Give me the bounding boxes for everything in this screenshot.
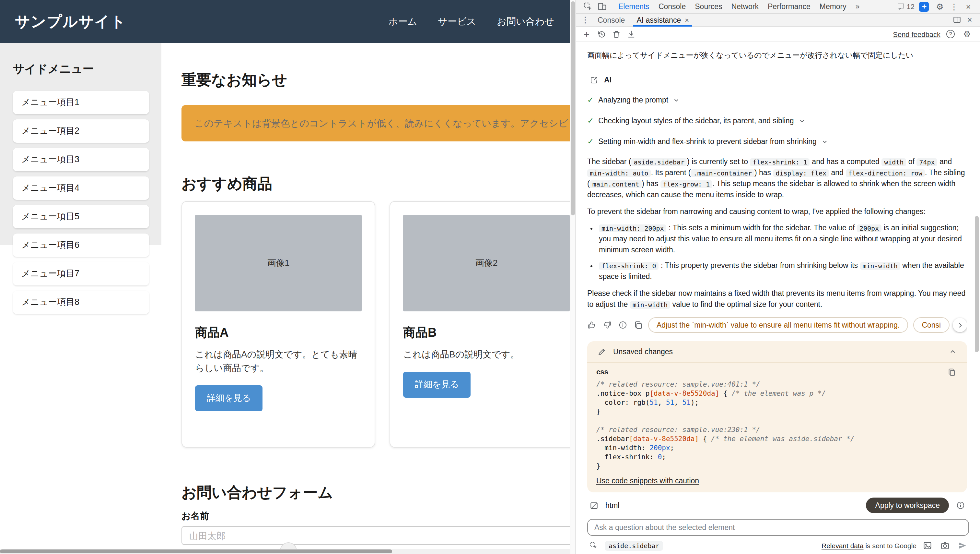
product-detail-button[interactable]: 詳細を見る (195, 385, 262, 411)
issues-count: 12 (907, 3, 915, 10)
tab-close-icon[interactable]: × (685, 16, 689, 24)
product-image-label: 画像2 (475, 257, 498, 269)
code-line: } (596, 461, 958, 470)
menu-item-3[interactable]: メニュー項目3 (13, 148, 149, 171)
privacy-suffix: is sent to Google (864, 542, 916, 549)
settings-gear-icon[interactable]: ⚙ (933, 1, 946, 12)
ai-paragraph-analysis: The sidebar (aside.sidebar) is currently… (587, 156, 967, 200)
menu-item-2[interactable]: メニュー項目2 (13, 119, 149, 143)
drawer-close-icon[interactable]: × (963, 14, 976, 26)
select-element-icon[interactable] (587, 540, 600, 551)
notice-heading: 重要なお知らせ (181, 71, 576, 89)
code-line: .sidebar[data-v-8e5520da] { /* the eleme… (596, 434, 958, 443)
help-icon[interactable]: ? (946, 30, 955, 38)
site-horizontal-scrollbar[interactable] (0, 549, 570, 554)
issues-counter[interactable]: 12 (897, 3, 915, 10)
more-tabs-button[interactable]: » (851, 0, 864, 13)
unsaved-changes-header[interactable]: Unsaved changes (587, 341, 967, 362)
ai-assistance-icon[interactable] (919, 2, 929, 11)
tab-performance[interactable]: Performance (763, 0, 815, 13)
response-actions: Adjust the `min-width` value to ensure a… (587, 316, 967, 334)
check-icon: ✓ (587, 95, 594, 104)
file-slash-icon (587, 500, 600, 511)
menu-item-7[interactable]: メニュー項目7 (13, 262, 149, 286)
product-image-label: 画像1 (267, 257, 290, 269)
horizontal-scrollbar-thumb[interactable] (0, 549, 392, 553)
history-icon[interactable] (595, 28, 608, 40)
drawer-tab-label: AI assistance (636, 16, 681, 24)
code-caution-link[interactable]: Use code snippets with caution (596, 477, 699, 485)
product-cards: 画像1 商品A これは商品Aの説明文です。とても素晴らしい商品です。 詳細を見る… (181, 201, 576, 448)
ai-assistance-toolbar: + Send feedback ? ⚙ (576, 27, 980, 42)
tab-sources[interactable]: Sources (690, 0, 727, 13)
issues-bubble-icon (897, 3, 905, 10)
site-vertical-scrollbar[interactable] (570, 0, 576, 554)
ai-settings-gear-icon[interactable]: ⚙ (961, 28, 974, 40)
product-card-a: 画像1 商品A これは商品Aの説明文です。とても素晴らしい商品です。 詳細を見る (181, 201, 375, 448)
devtools-panel: Elements Console Sources Network Perform… (576, 0, 980, 554)
ai-paragraph-intro: To prevent the sidebar from narrowing an… (587, 206, 967, 217)
devtools-menu-icon[interactable]: ⋮ (948, 1, 961, 12)
report-icon[interactable] (618, 321, 627, 330)
apply-info-icon[interactable] (954, 500, 967, 511)
ai-step-setting-minwidth[interactable]: ✓ Setting min-width and flex-shrink to p… (587, 133, 967, 150)
product-image-placeholder: 画像1 (195, 215, 362, 311)
code-line: .notice-box p[data-v-8e5520da] { /* the … (596, 389, 958, 398)
ai-step-checking-layout[interactable]: ✓ Checking layout styles of the sidebar,… (587, 112, 967, 129)
menu-item-6[interactable]: メニュー項目6 (13, 233, 149, 257)
thumbs-up-icon[interactable] (587, 321, 596, 330)
tab-console[interactable]: Console (654, 0, 690, 13)
code-line: /* related resource: sample.vue:401:1 */ (596, 380, 958, 389)
inspect-element-icon[interactable] (581, 1, 594, 12)
product-detail-button[interactable]: 詳細を見る (403, 372, 471, 398)
copy-response-icon[interactable] (634, 321, 643, 330)
site-sidebar: サイドメニュー メニュー項目1 メニュー項目2 メニュー項目3 メニュー項目4 … (0, 43, 161, 314)
devtools-close-icon[interactable]: × (962, 1, 975, 12)
send-message-icon[interactable] (956, 540, 969, 551)
tab-memory[interactable]: Memory (815, 0, 851, 13)
delete-chat-icon[interactable] (610, 28, 623, 40)
tab-elements[interactable]: Elements (614, 0, 654, 13)
tab-network[interactable]: Network (727, 0, 763, 13)
site-pane: サンプルサイト ホーム サービス お問い合わせ サイドメニュー メニュー項目1 … (0, 0, 576, 554)
selected-element-chip[interactable]: aside.sidebar (605, 541, 663, 551)
screenshot-camera-icon[interactable] (939, 540, 951, 551)
css-diff-code: /* related resource: sample.vue:401:1 */… (596, 380, 958, 470)
suggestion-chip-truncated[interactable]: Consi (913, 317, 949, 333)
drawer-tab-console[interactable]: Console (592, 13, 631, 26)
devtools-scrollbar-thumb[interactable] (975, 216, 979, 352)
menu-item-1[interactable]: メニュー項目1 (13, 91, 149, 114)
code-line: /* related resource: sample.vue:230:1 */ (596, 425, 958, 434)
menu-item-5[interactable]: メニュー項目5 (13, 205, 149, 228)
relevant-data-link[interactable]: Relevant data (821, 542, 864, 549)
suggestion-chip-adjust[interactable]: Adjust the `min-width` value to ensure a… (648, 317, 908, 333)
code-line: min-width: 200px; (596, 443, 958, 452)
drawer-tab-ai-assistance[interactable]: AI assistance × (631, 13, 695, 26)
attach-image-icon[interactable] (921, 540, 934, 551)
send-feedback-link[interactable]: Send feedback (893, 30, 940, 38)
vertical-scrollbar-thumb[interactable] (571, 1, 575, 216)
drawer-tab-label: Console (598, 16, 625, 24)
chips-scroll-right-button[interactable] (953, 318, 967, 332)
drawer-menu-icon[interactable]: ⋮ (579, 14, 592, 26)
input-context-row: aside.sidebar Relevant data is sent to G… (587, 540, 969, 551)
ai-step-analyzing[interactable]: ✓ Analyzing the prompt (587, 91, 967, 109)
export-chat-icon[interactable] (625, 28, 638, 40)
name-input[interactable] (181, 526, 576, 545)
apply-to-workspace-button[interactable]: Apply to workspace (866, 498, 949, 513)
ai-question-input[interactable] (587, 519, 969, 536)
dock-panel-icon[interactable] (950, 14, 963, 26)
code-line: } (596, 407, 958, 416)
products-heading: おすすめ商品 (181, 175, 576, 193)
bullet-min-width: min-width: 200px : This sets a minimum w… (599, 222, 967, 255)
thumbs-down-icon[interactable] (603, 321, 612, 330)
ai-paragraph-conclusion: Please check if the sidebar now maintain… (587, 288, 967, 310)
devtools-tabs: Elements Console Sources Network Perform… (614, 0, 864, 13)
collapse-chevron-up-icon[interactable] (946, 346, 959, 358)
device-toolbar-icon[interactable] (596, 1, 609, 12)
menu-item-4[interactable]: メニュー項目4 (13, 176, 149, 200)
new-chat-icon[interactable]: + (580, 28, 593, 40)
code-language-label: css (596, 368, 608, 375)
menu-item-8[interactable]: メニュー項目8 (13, 291, 149, 314)
copy-code-icon[interactable] (945, 366, 958, 378)
